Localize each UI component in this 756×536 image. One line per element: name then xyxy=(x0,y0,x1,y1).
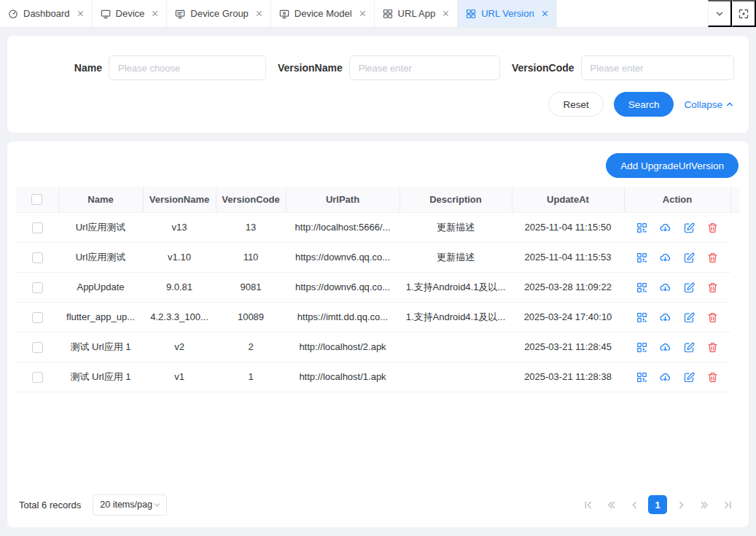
tab-bar: Dashboard Device Device Group Device Mod… xyxy=(0,0,756,27)
download-button[interactable] xyxy=(660,342,671,353)
qrcode-button[interactable] xyxy=(636,222,647,233)
close-icon[interactable] xyxy=(443,10,449,17)
delete-button[interactable] xyxy=(707,282,718,293)
edit-button[interactable] xyxy=(684,282,695,293)
tab-label: Device xyxy=(116,8,145,19)
table-row: Url应用测试 v1.10 110 https://downv6.qq.co..… xyxy=(16,242,740,272)
search-button[interactable]: Search xyxy=(614,92,674,117)
cell-version-code: 10089 xyxy=(216,302,286,332)
last-page-button[interactable] xyxy=(718,495,737,514)
tab-list-dropdown-button[interactable] xyxy=(708,0,732,27)
cloud-download-icon xyxy=(660,312,671,323)
next-group-button[interactable] xyxy=(695,495,714,514)
row-checkbox[interactable] xyxy=(32,342,43,353)
cell-description: 1.支持Android4.1及以... xyxy=(400,272,512,302)
column-header-update-at: UpdateAt xyxy=(512,187,624,212)
delete-button[interactable] xyxy=(707,252,718,263)
close-icon[interactable] xyxy=(152,10,158,17)
table-panel: Add UpgradeUrlVersion Name VersionName V… xyxy=(7,141,749,527)
download-button[interactable] xyxy=(660,282,671,293)
table-row: Url应用测试 v13 13 http://localhost:5666/...… xyxy=(16,212,740,242)
cloud-download-icon xyxy=(660,282,671,293)
tabbar-spacer xyxy=(557,0,708,27)
chevron-down-icon xyxy=(153,501,161,509)
prev-page-button[interactable] xyxy=(625,495,644,514)
edit-button[interactable] xyxy=(684,222,695,233)
close-icon[interactable] xyxy=(542,10,548,17)
close-icon[interactable] xyxy=(359,10,366,17)
page-1-button[interactable]: 1 xyxy=(648,495,667,514)
version-name-input[interactable] xyxy=(349,55,500,80)
edit-icon xyxy=(684,372,695,383)
download-button[interactable] xyxy=(660,372,671,383)
tab-label: URL App xyxy=(398,8,436,19)
table-header-gutter xyxy=(730,187,740,212)
prev-group-button[interactable] xyxy=(601,495,620,514)
column-header-version-name: VersionName xyxy=(143,187,216,212)
tab-device-model[interactable]: Device Model xyxy=(271,0,375,27)
cell-description: 更新描述 xyxy=(400,212,512,242)
row-checkbox[interactable] xyxy=(32,312,43,323)
trash-icon xyxy=(707,222,718,233)
next-group-icon xyxy=(700,500,709,510)
delete-button[interactable] xyxy=(707,342,718,353)
version-code-input[interactable] xyxy=(581,55,734,80)
tab-device[interactable]: Device xyxy=(93,0,168,27)
filter-row: Name VersionName VersionCode xyxy=(44,55,734,80)
row-checkbox[interactable] xyxy=(32,372,43,383)
table-row: 测试 Url应用 1 v2 2 http://localhost/2.apk 2… xyxy=(16,332,740,362)
first-page-button[interactable] xyxy=(578,495,597,514)
download-button[interactable] xyxy=(660,222,671,233)
table-header-row: Name VersionName VersionCode UrlPath Des… xyxy=(16,187,740,212)
edit-button[interactable] xyxy=(684,342,695,353)
table-row: 测试 Url应用 1 v1 1 http://localhost/1.apk 2… xyxy=(16,362,740,392)
cell-name: flutter_app_up... xyxy=(58,302,143,332)
column-header-description: Description xyxy=(400,187,512,212)
qrcode-button[interactable] xyxy=(636,282,647,293)
close-icon[interactable] xyxy=(256,10,262,17)
qrcode-button[interactable] xyxy=(636,252,647,263)
qrcode-icon xyxy=(636,372,647,383)
edit-button[interactable] xyxy=(684,372,695,383)
cell-version-name: v2 xyxy=(143,332,216,362)
name-select[interactable] xyxy=(109,55,266,80)
cell-update-at: 2025-11-04 11:15:50 xyxy=(512,212,624,242)
delete-button[interactable] xyxy=(707,372,718,383)
tab-device-group[interactable]: Device Group xyxy=(167,0,270,27)
fullscreen-button[interactable] xyxy=(732,0,756,27)
page-size-select[interactable]: 20 items/pag xyxy=(93,494,167,516)
tab-dashboard[interactable]: Dashboard xyxy=(0,0,93,27)
collapse-toggle[interactable]: Collapse xyxy=(684,99,734,110)
qrcode-button[interactable] xyxy=(636,312,647,323)
select-all-checkbox[interactable] xyxy=(31,194,42,205)
download-button[interactable] xyxy=(660,312,671,323)
edit-icon xyxy=(684,222,695,233)
qrcode-button[interactable] xyxy=(636,342,647,353)
cell-description xyxy=(400,332,512,362)
cell-description xyxy=(400,362,512,392)
delete-button[interactable] xyxy=(707,222,718,233)
edit-button[interactable] xyxy=(684,252,695,263)
column-header-action: Action xyxy=(624,187,730,212)
url-app-icon xyxy=(383,9,393,19)
tab-url-version[interactable]: URL Version xyxy=(458,0,557,27)
qrcode-button[interactable] xyxy=(636,372,647,383)
row-checkbox[interactable] xyxy=(32,252,43,263)
add-upgrade-url-version-button[interactable]: Add UpgradeUrlVersion xyxy=(606,153,739,178)
edit-button[interactable] xyxy=(684,312,695,323)
delete-button[interactable] xyxy=(707,312,718,323)
chevron-down-icon xyxy=(715,9,724,18)
cloud-download-icon xyxy=(660,372,671,383)
row-checkbox[interactable] xyxy=(32,282,43,293)
device-model-icon xyxy=(279,9,289,19)
table-row: flutter_app_up... 4.2.3.3_100... 10089 h… xyxy=(16,302,740,332)
close-icon[interactable] xyxy=(77,10,84,17)
cell-version-code: 2 xyxy=(216,332,286,362)
tab-url-app[interactable]: URL App xyxy=(375,0,459,27)
download-button[interactable] xyxy=(660,252,671,263)
reset-button[interactable]: Reset xyxy=(548,92,603,117)
row-checkbox[interactable] xyxy=(32,222,43,233)
qrcode-icon xyxy=(636,312,647,323)
next-page-button[interactable] xyxy=(671,495,690,514)
cell-version-code: 9081 xyxy=(216,272,286,302)
